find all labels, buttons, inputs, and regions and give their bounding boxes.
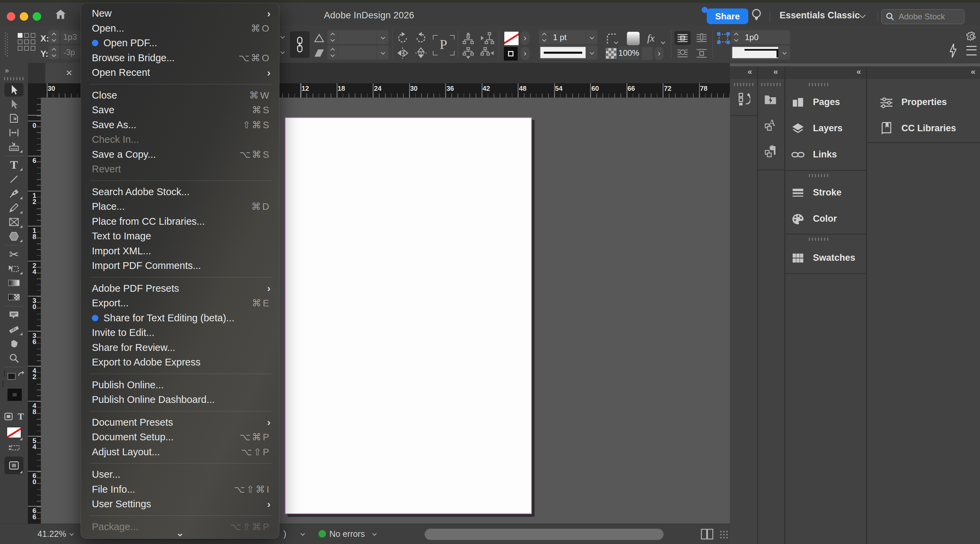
opacity-field[interactable]: 100% [619, 46, 639, 60]
fill-swatch-none[interactable] [504, 31, 519, 46]
swap-fill-stroke-icon[interactable] [17, 370, 25, 378]
home-icon[interactable] [54, 8, 67, 21]
content-collector-tool[interactable] [5, 140, 24, 154]
menu-item-adjust-layout[interactable]: Adjust Layout...⌥⇧P [81, 445, 279, 460]
shape-tool[interactable] [5, 230, 24, 243]
rotation-angle-combo[interactable] [327, 30, 388, 44]
menu-item-publish-online-dashboard[interactable]: Publish Online Dashboard... [81, 392, 279, 407]
fill-swatch-toolbar[interactable] [3, 381, 3, 387]
panel-grip[interactable] [809, 174, 829, 177]
scissors-tool[interactable]: ✂ [5, 247, 24, 261]
menu-item-share-for-review[interactable]: Share for Review... [81, 340, 279, 355]
version-history-panel-button[interactable] [736, 91, 752, 107]
lightbulb-icon[interactable] [751, 8, 762, 23]
panel-grip[interactable] [5, 32, 8, 57]
chevron-down-icon[interactable] [280, 50, 285, 54]
flip-vertical-icon[interactable] [414, 47, 427, 60]
shear-angle-combo[interactable] [327, 46, 388, 60]
menu-item-document-presets[interactable]: Document Presets› [81, 415, 279, 430]
zoom-level-value[interactable]: 41.22% [37, 529, 66, 539]
vertical-ruler[interactable]: 0 6 12 18 24 30 36 42 48 54 60 66 [28, 98, 41, 523]
panel-grip[interactable] [809, 83, 829, 86]
menu-item-import-pdf-comments[interactable]: Import PDF Comments... [81, 259, 279, 273]
panel-grip[interactable] [761, 83, 781, 86]
formatting-affects-container-icon[interactable] [4, 412, 13, 420]
panel-tab-swatches[interactable]: Swatches [791, 245, 856, 271]
live-corner-widget-icon[interactable] [717, 32, 730, 44]
rotate-cw-icon[interactable] [396, 32, 409, 44]
gap-tool[interactable] [5, 126, 24, 140]
frame-tool[interactable] [5, 215, 24, 229]
measure-tool[interactable] [5, 323, 24, 336]
y-stepper[interactable] [48, 46, 59, 59]
rotate-ccw-icon[interactable] [414, 32, 427, 44]
cc-files-panel-button[interactable] [762, 91, 778, 107]
menu-item-publish-online[interactable]: Publish Online... [81, 378, 279, 393]
line-tool[interactable] [5, 172, 24, 186]
gear-icon[interactable] [966, 31, 977, 42]
effects-fx-button[interactable]: fx [647, 32, 655, 44]
corner-radius-combo[interactable]: 1p0 [731, 30, 790, 44]
stroke-swatch-toolbar[interactable] [8, 389, 22, 401]
workspace-switcher[interactable]: Essentials Classic [780, 10, 860, 21]
gradient-swatch-icon[interactable] [627, 32, 640, 45]
effect-target-box[interactable] [642, 47, 653, 60]
menu-item-save-a-copy[interactable]: Save a Copy...⌥⌘S [81, 147, 279, 162]
performance-bolt-icon[interactable] [949, 43, 958, 58]
paragraph-styles-panel-button[interactable] [762, 143, 778, 159]
menu-item-export-to-adobe-express[interactable]: Export to Adobe Express [81, 355, 279, 370]
menu-item-text-to-image[interactable]: Text to Image [81, 229, 279, 244]
wrap-object-shape-button[interactable] [675, 47, 691, 60]
type-tool[interactable]: T [5, 158, 24, 172]
select-content-icon[interactable] [480, 32, 494, 44]
share-button[interactable]: Share [707, 8, 748, 24]
menu-item-invite-to-edit[interactable]: Invite to Edit... [81, 325, 279, 340]
zoom-tool[interactable] [5, 351, 24, 365]
reference-point-proxy[interactable] [18, 33, 35, 51]
menu-item-open[interactable]: Open...⌘O [81, 21, 279, 36]
menu-item-export[interactable]: Export...⌘E [81, 296, 279, 311]
menu-item-place[interactable]: Place...⌘D [81, 199, 279, 214]
menu-item-browse-in-bridge[interactable]: Browse in Bridge...⌥⌘O [81, 51, 279, 66]
panel-tab-properties[interactable]: Properties [880, 89, 947, 115]
menu-item-share-for-text-editing[interactable]: Share for Text Editing (beta)... [81, 311, 279, 326]
selection-tool[interactable] [5, 83, 24, 97]
menu-item-save-as[interactable]: Save As...⇧⌘S [81, 117, 279, 133]
fill-options-button[interactable]: › [520, 31, 530, 45]
formatting-affects-text-icon[interactable]: T [18, 411, 24, 422]
swap-mini-fill-icon[interactable] [4, 370, 5, 376]
note-tool[interactable] [5, 308, 24, 322]
corner-shape-combo[interactable] [731, 46, 790, 60]
menu-item-save[interactable]: Save⌘S [81, 103, 279, 117]
menu-item-user[interactable]: User... [81, 467, 279, 482]
menu-item-place-from-cc-libraries[interactable]: Place from CC Libraries... [81, 214, 279, 229]
swap-mini-stroke-icon[interactable] [8, 373, 16, 380]
menu-item-open-pdf[interactable]: Open PDF... [81, 36, 279, 51]
menu-item-open-recent[interactable]: Open Recent› [81, 65, 279, 80]
collapse-dock-icon[interactable]: « [773, 67, 778, 76]
select-container-button[interactable]: P [440, 36, 447, 52]
menu-item-import-xml[interactable]: Import XML... [81, 244, 279, 259]
collapse-tools-icon[interactable]: » [0, 66, 33, 75]
close-window-button[interactable] [7, 12, 15, 21]
menu-item-close[interactable]: Close⌘W [81, 88, 279, 103]
menu-item-file-info[interactable]: File Info...⌥⇧⌘I [81, 482, 279, 497]
apply-color-button[interactable] [5, 423, 24, 441]
menu-item-new[interactable]: New› [81, 6, 279, 21]
document-page[interactable] [285, 117, 532, 514]
chevron-down-icon[interactable] [280, 34, 285, 39]
pencil-tool[interactable] [5, 201, 24, 214]
transparency-checker-icon[interactable] [606, 48, 617, 59]
menu-item-user-settings[interactable]: User Settings› [81, 497, 279, 512]
x-stepper[interactable] [48, 30, 59, 44]
zoom-window-button[interactable] [33, 12, 41, 21]
panel-tab-layers[interactable]: Layers [791, 115, 843, 141]
gradient-feather-tool[interactable] [5, 290, 24, 304]
effect-options-button[interactable]: › [655, 47, 663, 60]
preflight-dropdown-icon[interactable] [372, 531, 377, 536]
stroke-swatch-black[interactable] [504, 47, 517, 60]
panel-tab-color[interactable]: Color [791, 206, 837, 232]
stroke-weight-combo[interactable]: 1 pt [539, 30, 598, 44]
adobe-stock-search-input[interactable]: Adobe Stock [881, 9, 964, 24]
minimize-window-button[interactable] [20, 12, 28, 21]
